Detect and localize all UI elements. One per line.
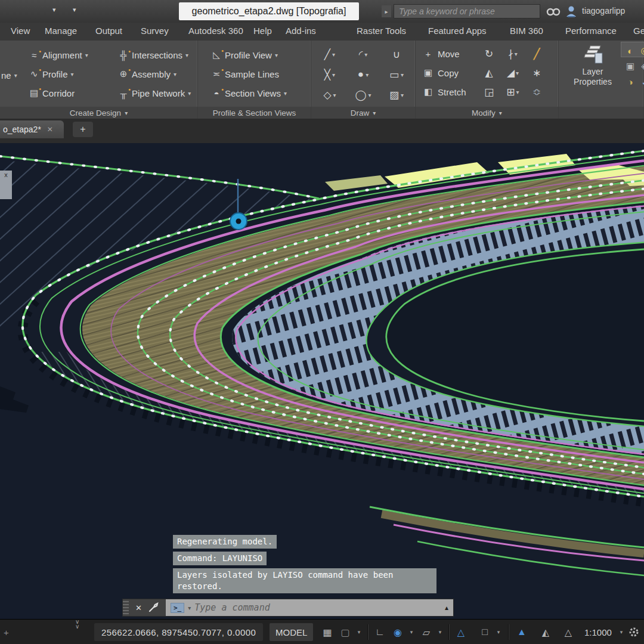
object-snap-icon[interactable]: □	[477, 620, 493, 644]
expand-history-icon[interactable]: ▴	[445, 603, 448, 612]
layer-unisolate-icon[interactable]: ◑	[623, 74, 637, 89]
corridor-drawing	[0, 143, 644, 619]
polar-dropdown-icon[interactable]: ▾	[408, 620, 415, 644]
sign-in-user-icon[interactable]	[565, 5, 577, 18]
annotation-visibility-icon[interactable]: ▲	[514, 620, 530, 644]
draw-line-button[interactable]: ╱▾	[313, 44, 346, 64]
scale-button[interactable]: ◲	[479, 82, 499, 101]
profile-button[interactable]: ∿• Profile▾	[29, 64, 118, 83]
tab-view[interactable]: View	[11, 26, 30, 36]
polar-tracking-icon[interactable]: ◉	[390, 620, 405, 644]
fillet-button[interactable]: ◢▾	[503, 63, 523, 82]
cutoff-toolbar[interactable]: x	[0, 171, 12, 199]
panel-title-profile-section-views[interactable]: Profile & Section Views	[198, 107, 311, 119]
erase-button[interactable]: ╱	[527, 44, 547, 63]
status-bar: + ∨∨ 256622.0666, 8975450.7077, 0.0000 M…	[0, 619, 644, 644]
model-space-button[interactable]: MODEL	[270, 623, 313, 641]
drawing-tab-active[interactable]: o_etapa2* ✕	[0, 120, 64, 138]
tab-autodesk-360[interactable]: Autodesk 360	[188, 26, 243, 36]
copy-button[interactable]: ▣Copy	[423, 63, 475, 82]
signed-in-username[interactable]: tiagogarlipp	[582, 6, 625, 16]
layer-lock-icon[interactable]: ◈	[637, 58, 644, 74]
new-drawing-tab-button[interactable]: +	[73, 122, 93, 137]
tab-geolocation-cut[interactable]: Ge	[633, 26, 644, 36]
tab-raster-tools[interactable]: Raster Tools	[357, 26, 406, 36]
tab-featured-apps[interactable]: Featured Apps	[428, 26, 487, 36]
layer-freeze-icon[interactable]: ◎	[637, 43, 644, 58]
offset-button[interactable]: ≎	[527, 82, 547, 101]
tab-manage[interactable]: Manage	[45, 26, 77, 36]
draw-revcloud-button[interactable]: ∪	[380, 44, 413, 64]
profile-view-button[interactable]: ◺• Profile View▾	[211, 45, 311, 64]
draw-arc-button[interactable]: ◜▾	[346, 44, 380, 64]
move-button[interactable]: +Move	[423, 44, 475, 63]
annotation-scale-value[interactable]: 1:1000	[584, 620, 612, 644]
osnap-tracking-icon[interactable]: △	[453, 620, 469, 644]
trim-button[interactable]: ∤▾	[503, 44, 523, 63]
close-command-line-icon[interactable]: ✕	[135, 603, 142, 612]
annotation-autoscale-icon[interactable]: ◭	[538, 620, 553, 644]
layer-properties-button[interactable]: LayerProperties	[567, 44, 618, 87]
layer-isolate-icon[interactable]: ▣	[623, 58, 637, 74]
stretch-button[interactable]: ◧Stretch	[423, 82, 475, 101]
model-space-viewport[interactable]: x Regenerating model. Command: LAYUNISO …	[0, 143, 644, 619]
quick-access-dropdown-icon[interactable]: ▾	[52, 6, 56, 14]
scale-icon: ◲	[484, 86, 494, 98]
draw-rectangle-button[interactable]: ▭▾	[380, 64, 413, 85]
section-views-button[interactable]: ◓• Section Views▾	[211, 83, 311, 103]
help-search-input[interactable]	[394, 4, 540, 18]
customization-gear-icon[interactable]	[628, 627, 639, 637]
rectangle-icon: ▭	[389, 69, 399, 81]
snap-dropdown-icon[interactable]: ▾	[355, 620, 363, 644]
statusbar-plus-icon[interactable]: +	[4, 620, 9, 644]
sample-lines-button[interactable]: ≍• Sample Lines	[211, 64, 311, 83]
tab-bim-360[interactable]: BIM 360	[510, 26, 543, 36]
panel-title-draw[interactable]: Draw▾	[311, 107, 415, 119]
array-button[interactable]: ⊞▾	[503, 82, 523, 101]
annotation-scale-icon[interactable]: △	[561, 620, 576, 644]
draw-circle-button[interactable]: ●▾	[346, 64, 380, 85]
statusbar-collapse-icon[interactable]: ∨∨	[75, 620, 79, 644]
tab-close-icon[interactable]: ✕	[47, 125, 53, 134]
osnap-dropdown-icon[interactable]: ▾	[495, 620, 502, 644]
mirror-button[interactable]: ◭	[479, 63, 499, 82]
draw-ellipse-button[interactable]: ◯▾	[346, 85, 380, 105]
isodraft-dropdown-icon[interactable]: ▾	[436, 620, 444, 644]
explode-button[interactable]: ∗	[527, 63, 547, 82]
tab-survey[interactable]: Survey	[141, 26, 169, 36]
isometric-drafting-icon[interactable]: ▱	[419, 620, 434, 644]
panel-title-modify[interactable]: Modify▾	[416, 107, 558, 119]
quick-access-dropdown-icon-2[interactable]: ▾	[73, 6, 76, 14]
dock-drag-grip[interactable]	[123, 599, 129, 616]
corridor-button[interactable]: ▤• Corridor	[29, 83, 118, 103]
alignment-button[interactable]: ≈• Alignment▾	[29, 45, 118, 64]
snap-mode-icon[interactable]: ▢	[338, 620, 353, 644]
tab-output[interactable]: Output	[95, 26, 122, 36]
ortho-mode-icon[interactable]: ∟	[372, 620, 388, 644]
command-input[interactable]: >_ ▾ Type a command ▴	[166, 599, 453, 616]
panel-title-create-design[interactable]: Create Design▾	[0, 107, 197, 119]
draw-polyline-button[interactable]: ◇▾	[313, 85, 346, 105]
grid-display-icon[interactable]: ▦	[320, 620, 335, 644]
tab-help[interactable]: Help	[253, 26, 272, 36]
erase-icon: ╱	[534, 48, 540, 60]
copy-icon: ▣	[423, 67, 434, 78]
command-prompt-icon: >_	[171, 603, 184, 613]
profile-icon: ∿•	[29, 69, 39, 79]
recent-commands-icon[interactable]: ▾	[188, 605, 191, 611]
tab-performance[interactable]: Performance	[565, 26, 617, 36]
command-history-line: Layers isolated by LAYISO command have b…	[173, 568, 436, 593]
layer-on-icon[interactable]: ◐	[623, 43, 637, 58]
tab-add-ins[interactable]: Add-ins	[286, 26, 316, 36]
customize-wrench-icon[interactable]	[148, 602, 159, 613]
scale-dropdown-icon[interactable]: ▾	[618, 620, 625, 644]
search-go-icon[interactable]: ▸	[382, 5, 391, 17]
search-binoculars-icon[interactable]	[546, 5, 561, 17]
draw-xline-button[interactable]: ╳▾	[313, 64, 346, 85]
layer-match-icon[interactable]: ◒	[637, 74, 644, 89]
draw-hatch-button[interactable]: ▨▾	[380, 85, 413, 105]
profile-view-icon: ◺•	[211, 49, 222, 60]
panel-modify: +Move ▣Copy ◧Stretch ↻ ◭ ◲ ∤▾ ◢▾ ⊞▾	[416, 41, 559, 119]
rotate-button[interactable]: ↻	[479, 44, 499, 63]
cutoff-ribbon-item[interactable]: ne▾	[1, 70, 17, 80]
